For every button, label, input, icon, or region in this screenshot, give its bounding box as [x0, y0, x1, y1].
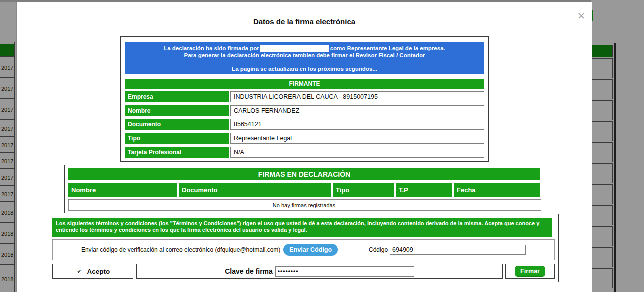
notice-line2: Para generar la declaración electrónica … — [125, 52, 484, 59]
background-empty-cell — [591, 226, 613, 246]
field-value-empresa: INDUSTRIA LICORERA DEL CAUCA - 891500719… — [230, 92, 484, 102]
background-year-cell: 2018 — [0, 245, 15, 265]
notice-line3: La pagina se actualizara en los próximos… — [125, 66, 484, 72]
background-empty-cell — [591, 184, 613, 204]
firmas-title: FIRMAS EN DECLARACIÓN — [68, 168, 540, 180]
background-year-cell: 2018 — [0, 203, 15, 223]
field-label-empresa: Empresa — [125, 92, 229, 102]
background-year-cell: 2017 — [0, 100, 15, 120]
background-year-cell: 2017 — [0, 138, 15, 153]
notice-line1: La declaración ha sido firmada por como … — [125, 45, 484, 52]
background-empty-cell — [591, 164, 613, 184]
acepto-label: Acepto — [87, 268, 110, 276]
empty-firmas-message: No hay firmas registradas. — [68, 200, 541, 211]
field-label-nombre: Nombre — [125, 106, 229, 116]
clave-input[interactable] — [275, 266, 414, 277]
redacted-name-box — [260, 45, 329, 52]
background-empty-cell — [591, 142, 613, 162]
background-year-cell: 2017 — [0, 154, 15, 169]
firmar-button[interactable]: Firmar — [515, 266, 545, 277]
verification-row: Enviar código de verificación al correo … — [52, 240, 555, 260]
field-label-documento: Documento — [125, 119, 229, 130]
field-value-nombre: CARLOS FERNANDEZ — [230, 106, 484, 116]
acepto-box: ✔ Acepto — [52, 264, 133, 279]
terms-text: Los siguientes términos y condiciones (l… — [52, 218, 552, 237]
background-empty-cell — [591, 268, 613, 288]
background-table-right-column — [591, 43, 616, 292]
field-label-tarjeta: Tarjeta Profesional — [125, 147, 229, 158]
field-value-tipo: Representante Legal — [230, 133, 484, 144]
background-table-left-column: 2017201720172017201720172017201720182018… — [0, 42, 15, 292]
firmar-box: Firmar — [505, 264, 555, 279]
background-header-cell — [591, 45, 613, 58]
verification-label: Enviar código de verificación al correo … — [81, 246, 280, 254]
clave-label: Clave de firma — [225, 268, 273, 276]
background-header-cell — [0, 44, 15, 57]
background-year-cell: 2018 — [0, 224, 15, 244]
firmante-header: FIRMANTE — [125, 79, 484, 89]
column-header-tp: T.P — [396, 183, 452, 197]
background-empty-cell — [591, 100, 613, 120]
close-icon[interactable]: ✕ — [574, 10, 588, 22]
background-empty-cell — [591, 122, 613, 142]
dialog-title: Datos de la firma electrónica — [17, 18, 592, 26]
acepto-checkbox[interactable]: ✔ — [76, 268, 83, 276]
column-header-fecha: Fecha — [454, 183, 540, 197]
notice-line1-before: La declaración ha sido firmada por — [164, 45, 259, 52]
background-empty-cell — [591, 248, 613, 268]
background-empty-cell — [591, 80, 613, 100]
firma-electronica-dialog: Datos de la firma electrónica ✕ La decla… — [16, 2, 592, 292]
terms-container: Los siguientes términos y condiciones (l… — [49, 214, 559, 282]
background-year-cell: 2017 — [0, 58, 15, 78]
screen: 2017201720172017201720172017201720182018… — [0, 0, 644, 292]
background-year-cell: 2017 — [0, 121, 15, 137]
column-header-documento: Documento — [179, 183, 331, 197]
column-header-tipo: Tipo — [333, 183, 394, 197]
background-year-cell: 2017 — [0, 187, 15, 202]
background-year-cell: 2017 — [0, 79, 15, 99]
background-empty-cell — [591, 58, 613, 78]
enviar-codigo-button[interactable]: Enviar Código — [283, 244, 338, 256]
field-value-tarjeta: N/A — [230, 147, 484, 158]
notice-line1-after: como Representante Legal de la empresa. — [330, 45, 445, 52]
background-empty-cell — [591, 206, 613, 226]
background-year-cell: 2017 — [0, 170, 15, 186]
clave-box: Clave de firma — [136, 264, 503, 279]
field-value-documento: 85654121 — [230, 119, 484, 130]
background-year-cell: 2018 — [0, 266, 15, 292]
field-label-tipo: Tipo — [125, 133, 229, 144]
notice-banner: La declaración ha sido firmada por como … — [125, 42, 484, 74]
firmas-table: FIRMAS EN DECLARACIÓN Nombre Documento T… — [64, 165, 545, 214]
firmante-container: La declaración ha sido firmada por como … — [120, 36, 489, 162]
codigo-input[interactable] — [390, 245, 526, 255]
codigo-label: Código — [369, 246, 388, 254]
column-header-nombre: Nombre — [68, 183, 177, 197]
